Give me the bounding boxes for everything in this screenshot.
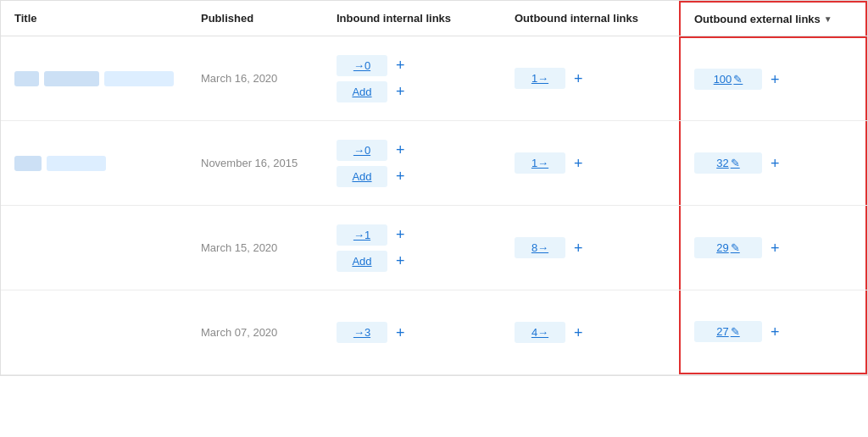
outbound-external-count-row: 32 ✎ + [694,152,852,174]
inbound-internal-cell: →0 + Add + [323,121,501,205]
inbound-plus-button[interactable]: + [392,225,409,244]
outbound-internal-plus-button[interactable]: + [570,324,587,342]
inbound-internal-cell: →0 + Add + [323,36,501,120]
placeholder-block [14,71,39,86]
title-placeholder [14,156,174,171]
outbound-external-plus-button[interactable]: + [767,323,783,341]
outbound-internal-count-row: 4→ + [515,322,665,343]
outbound-internal-cell: 8→ + [501,206,679,290]
header-title: Title [1,1,187,36]
outbound-internal-count-row: 1→ + [515,152,665,174]
outbound-external-plus-button[interactable]: + [767,239,783,257]
table-row: March 16, 2020 →0 + Add + 1→ [1,36,867,121]
outbound-internal-plus-button[interactable]: + [570,239,587,257]
edit-icon: ✎ [733,73,743,86]
outbound-external-cell: 29 ✎ + [679,206,867,290]
add-link-button[interactable]: Add [337,166,387,187]
inbound-internal-count[interactable]: →0 [337,140,387,161]
inbound-internal-cell: →3 + [323,290,501,374]
outbound-internal-count[interactable]: 1→ [515,68,565,89]
outbound-external-cell: 100 ✎ + [679,36,867,120]
edit-icon: ✎ [731,157,740,169]
outbound-internal-plus-button[interactable]: + [570,69,587,88]
published-cell: March 16, 2020 [187,36,323,120]
published-date: November 16, 2015 [201,157,309,169]
title-placeholder [14,71,174,86]
placeholder-block [14,156,42,171]
published-date: March 15, 2020 [201,241,309,254]
published-date: March 07, 2020 [201,326,309,339]
inbound-count-row: →0 + [337,140,487,161]
add-plus-button[interactable]: + [392,167,409,185]
add-row: Add + [337,251,487,272]
published-date: March 16, 2020 [201,72,309,85]
header-inbound-internal: Inbound internal links [323,1,501,36]
outbound-internal-count[interactable]: 1→ [515,152,565,174]
outbound-external-plus-button[interactable]: + [767,70,783,89]
add-plus-button[interactable]: + [392,252,409,270]
header-outbound-internal: Outbound internal links [501,1,679,36]
table-header: Title Published Inbound internal links O… [1,1,867,36]
outbound-external-count-row: 29 ✎ + [694,237,852,258]
outbound-internal-plus-button[interactable]: + [570,154,587,173]
published-cell: November 16, 2015 [187,121,323,205]
title-cell [1,121,187,205]
inbound-plus-button[interactable]: + [392,141,409,159]
links-table: Title Published Inbound internal links O… [0,0,868,376]
outbound-external-plus-button[interactable]: + [767,154,783,173]
title-cell [1,290,187,374]
placeholder-block [44,71,98,86]
table-body: March 16, 2020 →0 + Add + 1→ [1,36,867,375]
outbound-external-count-row: 100 ✎ + [694,69,852,90]
outbound-external-count[interactable]: 32 ✎ [694,152,762,174]
inbound-plus-button[interactable]: + [392,56,409,75]
inbound-count-row: →3 + [337,322,487,343]
placeholder-block [104,71,175,86]
outbound-internal-count[interactable]: 8→ [515,237,565,258]
inbound-internal-count[interactable]: →1 [337,224,387,246]
edit-icon: ✎ [731,241,740,254]
edit-icon: ✎ [731,325,740,338]
published-cell: March 07, 2020 [187,290,323,374]
table-row: November 16, 2015 →0 + Add + 1→ [1,121,867,206]
placeholder-block [47,156,106,171]
inbound-count-row: →0 + [337,55,487,76]
header-outbound-external: Outbound external links ▼ [679,1,867,36]
outbound-internal-count-row: 8→ + [515,237,665,258]
outbound-external-count[interactable]: 100 ✎ [694,69,762,90]
title-cell [1,206,187,290]
inbound-plus-button[interactable]: + [392,324,409,342]
outbound-internal-cell: 1→ + [501,36,679,120]
header-published: Published [187,1,323,36]
title-cell [1,36,187,120]
add-row: Add + [337,81,487,102]
outbound-external-cell: 32 ✎ + [679,121,867,205]
published-cell: March 15, 2020 [187,206,323,290]
outbound-internal-cell: 1→ + [501,121,679,205]
inbound-internal-count[interactable]: →3 [337,322,387,343]
outbound-internal-cell: 4→ + [501,290,679,374]
table-row: March 15, 2020 →1 + Add + 8→ [1,206,867,290]
add-link-button[interactable]: Add [337,81,387,102]
sort-icon[interactable]: ▼ [824,14,832,24]
inbound-count-row: →1 + [337,224,487,246]
outbound-external-count-row: 27 ✎ + [694,321,852,342]
add-row: Add + [337,166,487,187]
outbound-external-count[interactable]: 27 ✎ [694,321,762,342]
inbound-internal-count[interactable]: →0 [337,55,387,76]
outbound-external-cell: 27 ✎ + [679,290,867,374]
add-link-button[interactable]: Add [337,251,387,272]
inbound-internal-cell: →1 + Add + [323,206,501,290]
outbound-internal-count[interactable]: 4→ [515,322,565,343]
outbound-internal-count-row: 1→ + [515,68,665,89]
add-plus-button[interactable]: + [392,82,409,101]
table-row: March 07, 2020 →3 + 4→ + [1,290,867,375]
outbound-external-count[interactable]: 29 ✎ [694,237,762,258]
